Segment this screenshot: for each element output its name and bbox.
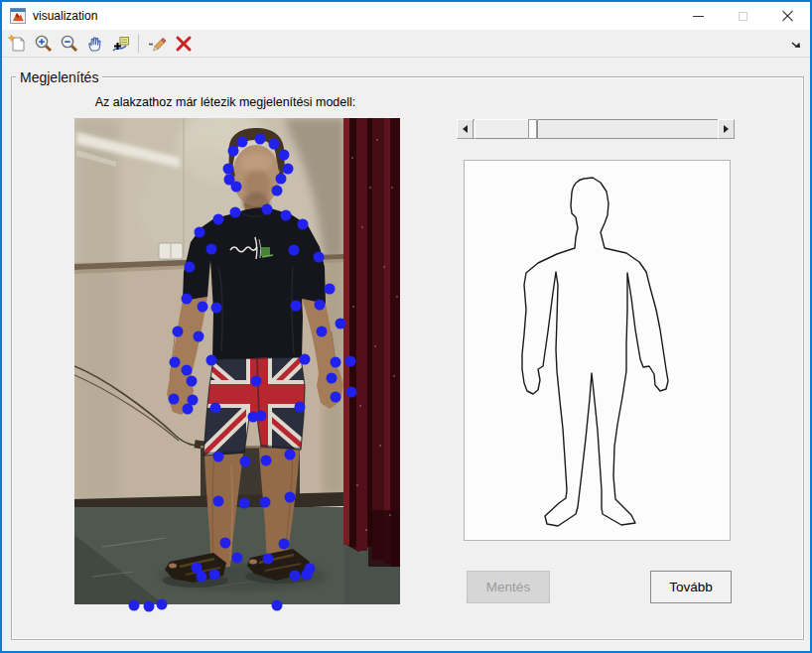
maximize-icon [739, 12, 747, 21]
feature-point [256, 411, 267, 422]
feature-point [295, 402, 306, 413]
title-bar[interactable]: visualization [2, 2, 810, 30]
feature-point [285, 492, 296, 503]
panel-title: Megjelenítés [16, 69, 102, 85]
feature-point [336, 319, 346, 329]
figure-window: visualization [0, 0, 812, 653]
minimize-icon [693, 16, 704, 17]
body-outline-drawing [465, 161, 730, 540]
new-figure-button[interactable] [6, 33, 30, 55]
feature-point [182, 294, 193, 305]
feature-point [298, 219, 309, 230]
feature-point [182, 365, 193, 376]
feature-point [262, 204, 273, 215]
toolbar-overflow-arrow-icon [791, 39, 802, 50]
instruction-text: Az alakzathoz már létezik megjelenítési … [62, 95, 389, 109]
zoom-in-button[interactable] [32, 33, 56, 55]
feature-point [290, 571, 301, 582]
feature-point [157, 599, 168, 610]
feature-point [206, 355, 217, 366]
feature-point [272, 600, 283, 611]
feature-point [211, 303, 222, 314]
toolbar-separator [138, 34, 139, 53]
minimize-button[interactable] [676, 2, 721, 30]
right-arrow-icon [724, 125, 729, 133]
feature-point [198, 302, 208, 313]
feature-point [237, 137, 248, 148]
data-cursor-icon [111, 34, 131, 54]
feature-point [144, 601, 155, 612]
feature-point [291, 301, 302, 312]
feature-point [285, 450, 296, 460]
feature-point [314, 252, 325, 263]
delete-x-icon [174, 34, 194, 54]
feature-point [346, 387, 357, 398]
feature-point [240, 457, 251, 467]
slider-right-arrow-button[interactable] [718, 119, 735, 139]
slider-thumb[interactable] [474, 119, 538, 139]
save-button: Mentés [467, 571, 550, 603]
feature-point [169, 394, 180, 405]
feature-point [261, 456, 272, 466]
toolbar-overflow-button[interactable] [791, 36, 802, 54]
feature-point [305, 564, 316, 575]
feature-point [185, 262, 196, 273]
zoom-in-icon [34, 34, 54, 54]
feature-point [213, 452, 224, 462]
close-button[interactable] [765, 2, 810, 30]
slider-thumb-grip [528, 119, 537, 139]
feature-point [220, 538, 231, 549]
feature-point [345, 356, 356, 367]
feature-point [173, 326, 184, 337]
maximize-button[interactable] [721, 2, 765, 30]
pan-button[interactable] [83, 33, 107, 55]
feature-point [197, 572, 207, 583]
feature-point [279, 150, 290, 161]
left-arrow-icon [463, 125, 468, 133]
feature-point [232, 553, 243, 564]
feature-point [279, 539, 290, 550]
feature-point [213, 214, 224, 225]
pan-hand-icon [85, 34, 105, 54]
feature-point [187, 376, 198, 387]
feature-point [272, 186, 283, 196]
feature-point [231, 182, 242, 193]
feature-point [230, 207, 241, 218]
delete-button[interactable] [172, 33, 196, 55]
zoom-out-button[interactable] [58, 33, 81, 55]
feature-point [331, 357, 341, 368]
model-slider[interactable] [457, 119, 735, 139]
edit-pencil-icon [148, 34, 168, 54]
feature-point [209, 570, 220, 581]
feature-point [129, 600, 140, 611]
new-figure-icon [8, 34, 28, 54]
feature-point [223, 164, 234, 175]
figure-toolbar [2, 30, 810, 58]
feature-point [260, 497, 271, 508]
feature-point [317, 326, 328, 337]
slider-left-arrow-button[interactable] [457, 119, 474, 139]
data-cursor-button[interactable] [109, 33, 133, 55]
feature-point [327, 373, 338, 384]
feature-point [213, 496, 224, 507]
feature-point [300, 354, 311, 365]
feature-points-layer [74, 118, 400, 604]
feature-point [194, 331, 204, 342]
photo-axes[interactable] [74, 118, 400, 604]
feature-point [170, 357, 181, 368]
zoom-out-icon [60, 34, 79, 54]
feature-point [325, 284, 336, 295]
feature-point [331, 392, 341, 403]
model-preview-panel [464, 160, 731, 541]
matlab-figure-icon [10, 8, 26, 24]
feature-point [255, 134, 266, 145]
edit-button[interactable] [146, 33, 170, 55]
feature-point [228, 146, 239, 157]
close-icon [782, 10, 794, 22]
feature-point [281, 210, 292, 221]
feature-point [210, 403, 221, 414]
feature-point [195, 227, 205, 238]
next-button[interactable]: Tovább [650, 571, 732, 603]
feature-point [289, 245, 300, 256]
feature-point [263, 554, 274, 565]
